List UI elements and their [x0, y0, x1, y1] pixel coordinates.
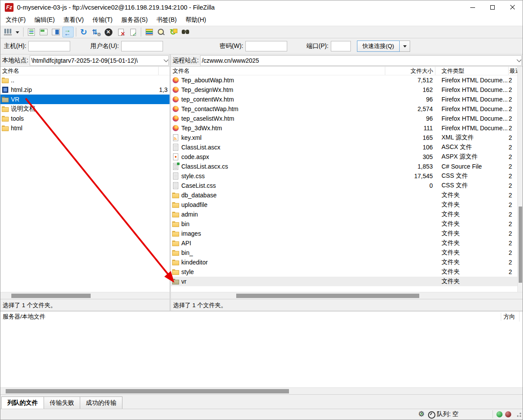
folder-icon — [172, 230, 180, 237]
remote-file-row[interactable]: CaseList.css0CSS 文件2 — [171, 181, 517, 190]
transfer-mode-auto-icon[interactable] — [418, 410, 425, 418]
toolbar-separator — [141, 27, 141, 37]
remote-file-row[interactable]: Tep_designWx.htm162Firefox HTML Docume..… — [171, 85, 517, 95]
minimize-icon — [470, 7, 475, 8]
file-name: .. — [11, 77, 159, 84]
menu-item[interactable]: 服务器(S) — [117, 15, 152, 25]
remote-column-filesize[interactable]: 文件大小 — [385, 67, 435, 75]
scrollbar-thumb[interactable] — [519, 207, 522, 283]
remote-file-row[interactable]: style文件夹2 — [171, 267, 517, 277]
local-path-combobox[interactable]: \html\dfcjtgtarv7-2025-12-09(15-01-12)\ — [30, 55, 169, 66]
remote-file-row[interactable]: Tep_contactWap.htm2,574Firefox HTML Docu… — [171, 104, 517, 114]
scrollbar-thumb[interactable] — [6, 389, 289, 393]
disconnect-button[interactable] — [115, 27, 126, 37]
cancel-button[interactable] — [103, 27, 114, 37]
tab-成功的传输[interactable]: 成功的传输 — [80, 396, 122, 409]
remote-file-list: Tep_aboutWap.htm7,512Firefox HTML Docume… — [171, 75, 517, 292]
remote-file-row[interactable]: admin文件夹2 — [171, 210, 517, 219]
maximize-button[interactable] — [482, 0, 503, 14]
filter-files-button[interactable] — [156, 27, 167, 37]
refresh-button[interactable] — [78, 27, 90, 37]
remote-file-row[interactable]: ClassList.ascx.cs1,853C# Source File2 — [171, 162, 517, 171]
quickconnect-dropdown-button[interactable] — [400, 41, 410, 52]
menu-item[interactable]: 书签(B) — [152, 15, 181, 25]
quickconnect-button[interactable]: 快速连接(Q) — [357, 41, 400, 52]
toggle-transfer-queue-button[interactable] — [62, 27, 74, 37]
menu-item[interactable]: 查看(V) — [59, 15, 88, 25]
remote-file-row[interactable]: API文件夹2 — [171, 238, 517, 248]
speed-limit-icon[interactable] — [427, 410, 435, 418]
file-type: Firefox HTML Docume... — [435, 115, 509, 122]
remote-file-row[interactable]: code.aspx305ASPX 源文件2 — [171, 152, 517, 162]
remote-file-row[interactable]: vr文件夹 — [171, 277, 517, 286]
file-modified: 2 — [509, 211, 517, 218]
scrollbar-thumb[interactable] — [236, 294, 419, 298]
remote-column-filename[interactable]: 文件名 — [171, 67, 385, 75]
toggle-remote-tree-button[interactable] — [50, 27, 61, 37]
local-column-stub — [159, 67, 170, 75]
sync-browsing-icon — [169, 28, 178, 37]
site-manager-button[interactable] — [2, 27, 14, 37]
username-input[interactable] — [121, 41, 163, 51]
remote-path-combobox[interactable]: /czwww.cn/www2025 — [200, 55, 522, 66]
close-button[interactable] — [503, 0, 523, 14]
queue-tabs: 列队的文件传输失败成功的传输 — [0, 394, 523, 409]
local-file-row[interactable]: 说明文档 — [0, 104, 170, 114]
queue-column-direction[interactable]: 方向 — [501, 313, 519, 321]
local-file-row[interactable]: html — [0, 123, 170, 133]
queue-column-server[interactable]: 服务器/本地文件 — [0, 313, 501, 321]
menu-item[interactable]: 传输(T) — [88, 15, 117, 25]
tab-传输失败[interactable]: 传输失败 — [44, 396, 80, 409]
file-size: 1,3 — [159, 86, 170, 93]
password-input[interactable] — [245, 41, 287, 51]
local-file-row[interactable]: html.zip1,3 — [0, 85, 170, 95]
remote-file-row[interactable]: images文件夹2 — [171, 229, 517, 238]
local-horizontal-scrollbar[interactable] — [0, 292, 170, 299]
site-manager-dropdown-button[interactable] — [14, 27, 21, 37]
remote-file-row[interactable]: tep_caselistWx.htm96Firefox HTML Docume.… — [171, 114, 517, 123]
file-name: html — [11, 125, 159, 132]
remote-file-row[interactable]: Tep_aboutWap.htm7,512Firefox HTML Docume… — [171, 75, 517, 85]
remote-column-modified[interactable]: 最近修改 — [509, 67, 517, 75]
remote-file-row[interactable]: bin文件夹2 — [171, 219, 517, 229]
menu-item[interactable]: 文件(F) — [1, 15, 30, 25]
remote-file-row[interactable]: bin_文件夹2 — [171, 248, 517, 257]
toggle-local-tree-button[interactable] — [38, 27, 49, 37]
remote-vertical-scrollbar[interactable] — [517, 67, 523, 292]
file-type: 文件夹 — [435, 230, 509, 237]
minimize-button[interactable] — [462, 0, 482, 14]
remote-file-row[interactable]: kindeditor文件夹2 — [171, 257, 517, 267]
local-column-filename[interactable]: 文件名 — [0, 67, 159, 75]
tab-列队的文件[interactable]: 列队的文件 — [1, 396, 44, 409]
remote-column-filetype[interactable]: 文件类型 — [435, 67, 509, 75]
remote-file-row[interactable]: tep_contentWx.htm96Firefox HTML Docume..… — [171, 95, 517, 104]
port-input[interactable] — [331, 41, 351, 51]
remote-horizontal-scrollbar[interactable] — [171, 292, 523, 299]
remote-file-row[interactable]: style.css17,545CSS 文件2 — [171, 171, 517, 181]
toggle-message-log-button[interactable] — [26, 27, 37, 37]
remote-file-row[interactable]: uploadfile文件夹2 — [171, 200, 517, 210]
local-file-row[interactable]: .. — [0, 75, 170, 85]
queue-horizontal-scrollbar[interactable] — [0, 387, 523, 394]
remote-file-row[interactable]: Tep_3dWx.htm111Firefox HTML Docume...2 — [171, 123, 517, 133]
folder-icon — [172, 220, 180, 227]
file-name: ClassList.ascx — [181, 144, 385, 151]
directory-comparison-button[interactable] — [143, 27, 155, 37]
local-file-row[interactable]: tools — [0, 114, 170, 123]
process-queue-button[interactable] — [91, 27, 102, 37]
css-icon — [172, 182, 180, 189]
scrollbar-thumb[interactable] — [11, 294, 91, 298]
sync-browsing-button[interactable] — [168, 27, 179, 37]
filezilla-logo-icon: Fz — [5, 3, 14, 12]
remote-file-row[interactable]: db_database文件夹2 — [171, 190, 517, 200]
resize-grip[interactable] — [516, 412, 522, 418]
directory-comparison-icon — [146, 29, 153, 35]
local-file-row[interactable]: VR — [0, 95, 170, 104]
remote-file-row[interactable]: key.xml165XML 源文件2 — [171, 133, 517, 142]
menu-item[interactable]: 帮助(H) — [181, 15, 210, 25]
host-input[interactable] — [28, 41, 70, 51]
remote-file-row[interactable]: ClassList.ascx106ASCX 文件2 — [171, 142, 517, 152]
find-files-button[interactable] — [180, 27, 191, 37]
reconnect-button[interactable] — [127, 27, 139, 37]
menu-item[interactable]: 编辑(E) — [30, 15, 59, 25]
